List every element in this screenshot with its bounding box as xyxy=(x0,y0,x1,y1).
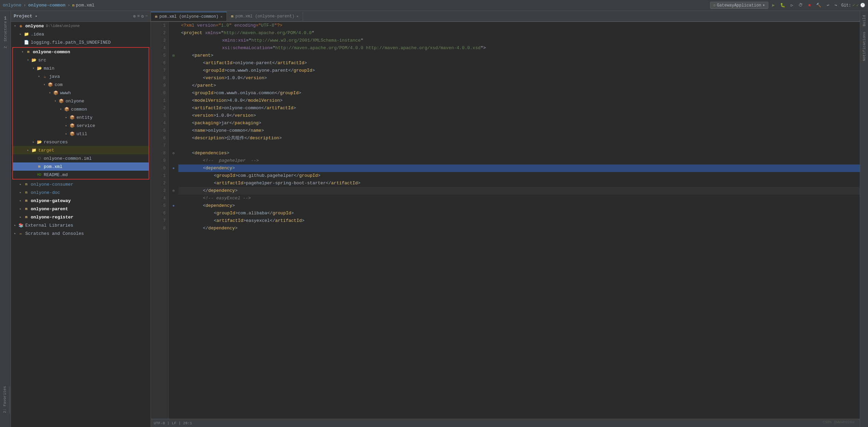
code-line-27: <artifactId>easyexcel</artifactId> xyxy=(178,217,860,225)
code-line-5: <parent> xyxy=(178,52,860,59)
debug-button[interactable]: 🐛 xyxy=(779,2,787,9)
code-content[interactable]: <?xml version="1.0" encoding="UTF-8"?> <… xyxy=(178,22,860,419)
undo-button[interactable]: ↩ xyxy=(825,2,830,9)
code-line-8: <version>1.0.0</version> xyxy=(178,74,860,82)
tab-close-parent[interactable]: ✕ xyxy=(297,14,299,18)
tree-item-service[interactable]: 📦 service xyxy=(13,122,149,130)
code-line-13: <version>1.0.0</version> xyxy=(178,112,860,119)
icon-ext-libs: 📚 xyxy=(18,222,24,228)
tree-item-onlyone-pkg[interactable]: 📦 onlyone xyxy=(13,97,149,105)
close-panel-icon[interactable]: − xyxy=(145,14,148,19)
tree-item-com[interactable]: 📦 com xyxy=(13,81,149,89)
tree-item-onlyone-root[interactable]: ◉ onlyone D:\idea\onlyone xyxy=(11,22,151,30)
locate-icon[interactable]: ⊕ xyxy=(133,14,136,19)
icon-register: m xyxy=(23,214,29,220)
label-resources: resources xyxy=(44,140,68,145)
gutter-fold-23: ⊖ xyxy=(173,189,175,193)
settings-icon[interactable]: ⚙ xyxy=(141,14,144,19)
run-config-label: GatewayApplication xyxy=(717,3,761,8)
tree-item-doc[interactable]: m onlyone-doc xyxy=(11,188,151,197)
tree-item-util[interactable]: 📦 util xyxy=(13,130,149,138)
tree-item-consumer[interactable]: m onlyone-consumer xyxy=(11,180,151,188)
code-line-14: <packaging>jar</packaging> xyxy=(178,119,860,127)
tree-item-src[interactable]: 📂 src xyxy=(13,56,149,64)
tab-icon-parent: m xyxy=(231,14,233,18)
icon-parent-module: m xyxy=(23,206,29,212)
tree-item-entity[interactable]: 📦 entity xyxy=(13,113,149,122)
right-sidebar-build[interactable]: Build xyxy=(862,12,867,29)
code-line-16: <description>公共组件</description> xyxy=(178,134,860,142)
tree-item-resources[interactable]: 📂 resources xyxy=(13,138,149,146)
sidebar-icon-structure[interactable]: Structure xyxy=(1,27,10,36)
tree-item-parent-module[interactable]: m onlyone-parent xyxy=(11,205,151,213)
project-header-icons: ⊕ ≡ ⚙ − xyxy=(133,14,148,19)
build-button[interactable]: 🔨 xyxy=(815,2,823,9)
arrow-src xyxy=(25,58,31,62)
code-editor[interactable]: 1 2 3 4 5 6 7 8 9 0 1 2 3 4 5 6 7 8 9 0 xyxy=(151,22,860,419)
tree-item-gateway[interactable]: m onlyone-gateway xyxy=(11,197,151,205)
project-tree: ◉ onlyone D:\idea\onlyone 📁 .idea 📄 logg… xyxy=(11,22,151,427)
collapse-icon[interactable]: ≡ xyxy=(137,14,140,19)
tab-close-common[interactable]: ✕ xyxy=(220,15,222,19)
icon-iml: ⬡ xyxy=(36,155,42,161)
code-line-11: <modelVersion>4.0.0</modelVersion> xyxy=(178,97,860,104)
tree-item-java[interactable]: ☕ java xyxy=(13,72,149,81)
tree-item-common-pkg[interactable]: 📦 common xyxy=(13,105,149,113)
run-button[interactable]: ▶ xyxy=(771,2,776,9)
stop-button[interactable]: ■ xyxy=(807,2,812,9)
icon-onlyone-root: ◉ xyxy=(18,23,24,29)
arrow-java xyxy=(36,74,42,79)
run-config-arrow: ▾ xyxy=(762,3,765,8)
code-line-18: <dependencies> xyxy=(178,150,860,157)
label-doc: onlyone-doc xyxy=(31,190,60,195)
editor-area: m pom.xml (onlyone-common) ✕ m pom.xml (… xyxy=(151,11,860,427)
project-title: Project xyxy=(14,14,32,19)
tree-item-logging[interactable]: 📄 logging.file.path_IS_UNDEFINED xyxy=(11,38,151,46)
tree-item-onlyone-common[interactable]: m onlyone-common xyxy=(13,48,149,56)
label-target: target xyxy=(38,148,54,153)
tab-pom-parent[interactable]: m pom.xml (onlyone-parent) ✕ xyxy=(227,12,303,21)
tree-item-ext-libs[interactable]: 📚 External Libraries xyxy=(11,221,151,229)
tree-item-iml[interactable]: ⬡ onlyone-common.iml xyxy=(13,154,149,162)
icon-common-pkg: 📦 xyxy=(64,106,70,112)
code-line-7: <groupId>com.wwwh.onlyone.parent</groupI… xyxy=(178,67,860,74)
icon-main: 📂 xyxy=(36,65,42,71)
sidebar-icon-bookmarks[interactable]: Z xyxy=(1,42,10,52)
run-config-selector[interactable]: ⚙ GatewayApplication ▾ xyxy=(710,2,768,9)
label-main: main xyxy=(44,66,54,71)
tree-item-register[interactable]: m onlyone-register xyxy=(11,213,151,221)
git-history[interactable]: 🕐 xyxy=(860,3,865,8)
profile-button[interactable]: ⏱ xyxy=(797,2,804,9)
breadcrumb-onlyone-common[interactable]: onlyone-common xyxy=(28,3,65,8)
arrow-consumer xyxy=(18,182,23,186)
tree-item-main[interactable]: 📂 main xyxy=(13,64,149,72)
tree-item-target[interactable]: 📁 target xyxy=(13,146,149,154)
tab-pom-common[interactable]: m pom.xml (onlyone-common) ✕ xyxy=(151,12,227,21)
tree-item-idea[interactable]: 📁 .idea xyxy=(11,30,151,38)
coverage-button[interactable]: ▷ xyxy=(789,2,795,9)
git-label: Git: xyxy=(841,3,851,8)
label-onlyone-root: onlyone xyxy=(25,24,44,29)
git-section: Git: ✓ ✓ 🕐 xyxy=(841,3,865,8)
redo-button[interactable]: ↪ xyxy=(833,2,838,9)
tree-item-readme[interactable]: MD README.md xyxy=(13,171,149,179)
line-numbers: 1 2 3 4 5 6 7 8 9 0 1 2 3 4 5 6 7 8 9 0 xyxy=(151,22,169,419)
bottom-bar: UTF-8 | LF | 28:1 xyxy=(151,419,860,427)
right-sidebar: Build Notifications xyxy=(860,11,868,427)
tree-item-scratches[interactable]: ✏️ Scratches and Consoles xyxy=(11,229,151,238)
tree-item-wwwh[interactable]: 📦 wwwh xyxy=(13,89,149,97)
breadcrumb-file-icon: m xyxy=(72,3,74,8)
arrow-doc xyxy=(18,190,23,195)
top-bar: onlyone › onlyone-common › m pom.xml ⚙ G… xyxy=(0,0,868,11)
right-sidebar-notifications[interactable]: Notifications xyxy=(862,29,867,64)
arrow-common-pkg xyxy=(58,107,64,111)
code-line-28: </dependency> xyxy=(178,225,860,232)
code-line-9: </parent> xyxy=(178,82,860,89)
tree-item-pom-xml[interactable]: m pom.xml xyxy=(13,162,149,171)
breadcrumb-onlyone[interactable]: onlyone xyxy=(3,3,22,8)
label-gateway: onlyone-gateway xyxy=(31,198,71,203)
code-line-26: <groupId>com.alibaba</groupId> xyxy=(178,210,860,217)
icon-logging: 📄 xyxy=(23,39,29,45)
gutter-fold-18: ⊖ xyxy=(173,151,175,155)
code-line-2: <project xmlns="http://maven.apache.org/… xyxy=(178,29,860,37)
